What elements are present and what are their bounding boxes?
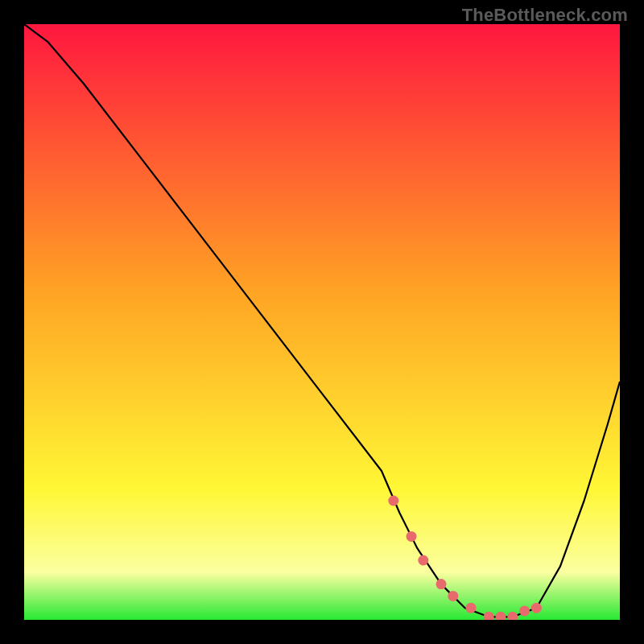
highlight-marker — [407, 531, 417, 542]
gradient-background — [24, 24, 620, 620]
highlight-marker — [531, 603, 542, 613]
highlight-marker — [448, 591, 458, 601]
highlight-marker — [388, 496, 398, 506]
highlight-marker — [466, 603, 477, 613]
watermark-text: TheBottleneck.com — [462, 5, 628, 26]
highlight-marker — [418, 555, 428, 566]
bottleneck-curve-chart — [24, 24, 620, 620]
chart-frame: TheBottleneck.com — [0, 0, 644, 644]
highlight-marker — [436, 579, 447, 589]
highlight-marker — [519, 605, 530, 616]
